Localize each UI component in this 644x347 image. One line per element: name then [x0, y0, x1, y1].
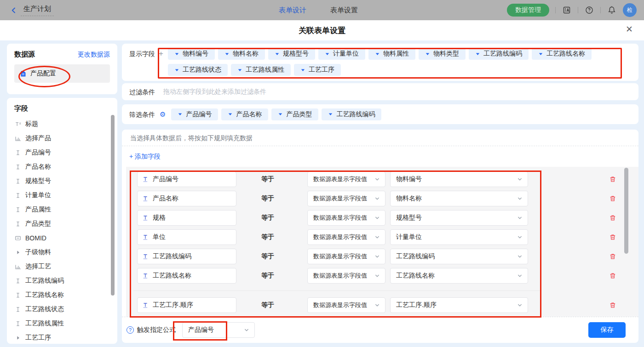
field-item[interactable]: 规格型号: [14, 174, 117, 188]
field-tag[interactable]: 物料名称: [218, 48, 265, 60]
caret-down-icon[interactable]: [538, 51, 543, 57]
avatar[interactable]: 检: [623, 3, 637, 17]
caret-down-icon[interactable]: [178, 112, 183, 117]
field-item[interactable]: 子级物料: [14, 245, 117, 259]
rule-source-select[interactable]: 数据源表显示字段值: [307, 171, 385, 187]
rule-value-select[interactable]: 计量单位: [390, 229, 528, 245]
caret-down-icon[interactable]: [275, 51, 280, 57]
back-button[interactable]: 生产计划: [10, 4, 54, 16]
translate-icon[interactable]: [562, 5, 572, 15]
rule-source-select[interactable]: 数据源表显示字段值: [307, 229, 385, 245]
rule-field-box[interactable]: 工艺路线编码: [137, 249, 236, 264]
field-tag[interactable]: 工艺路线编码: [469, 48, 529, 60]
trigger-formula-label: 触发指定公式: [137, 326, 176, 334]
save-button[interactable]: 保存: [588, 322, 626, 338]
caret-down-icon[interactable]: [278, 112, 283, 117]
delete-row-trash-icon[interactable]: [609, 253, 616, 260]
field-item[interactable]: 工艺路线编码: [14, 273, 117, 288]
datasource-item[interactable]: 产品配置: [14, 64, 110, 83]
filter-dropzone-placeholder[interactable]: 拖动左侧字段到此处来添加过滤条件: [163, 88, 266, 96]
field-tag[interactable]: 物料类型: [419, 48, 466, 60]
field-tag[interactable]: 工艺路线状态: [168, 64, 228, 76]
field-tag[interactable]: 计量单位: [318, 48, 365, 60]
field-item[interactable]: 选择工艺: [14, 259, 117, 273]
field-item[interactable]: 计量单位: [14, 188, 117, 202]
tab-form-settings[interactable]: 表单设置: [330, 6, 358, 15]
caret-down-icon[interactable]: [425, 51, 430, 57]
field-tag[interactable]: 物料属性: [368, 48, 415, 60]
caret-down-icon[interactable]: [174, 51, 179, 57]
caret-down-icon[interactable]: [174, 68, 179, 73]
caret-down-icon[interactable]: [224, 51, 230, 57]
rule-value-select[interactable]: 工艺路线名称: [390, 268, 528, 284]
rule-value-select[interactable]: 工艺工序.顺序: [390, 297, 528, 313]
field-tag[interactable]: 产品名称: [221, 108, 268, 120]
field-tag[interactable]: 工艺工序: [294, 64, 341, 76]
field-item[interactable]: BOMID: [14, 231, 117, 245]
field-tag[interactable]: 工艺路线编码: [322, 108, 381, 120]
caret-down-icon[interactable]: [375, 51, 380, 57]
field-item[interactable]: 工艺路线属性: [14, 316, 117, 330]
tag-label: 工艺路线名称: [546, 50, 585, 58]
rule-field-box[interactable]: 单位: [137, 229, 236, 245]
back-label[interactable]: 生产计划: [21, 4, 54, 16]
delete-row-trash-icon[interactable]: [609, 301, 616, 309]
field-tag[interactable]: 规格型号: [268, 48, 315, 60]
field-item[interactable]: 工艺路线名称: [14, 288, 117, 302]
caret-down-icon[interactable]: [300, 68, 305, 73]
rule-value-select[interactable]: 规格型号: [390, 210, 528, 226]
gear-icon[interactable]: ⚙: [160, 110, 166, 119]
sidebar-scrollbar[interactable]: [111, 115, 115, 296]
delete-row-trash-icon[interactable]: [609, 176, 616, 183]
caret-down-icon[interactable]: [228, 112, 233, 117]
rule-value-select[interactable]: 工艺路线编码: [390, 249, 528, 264]
caret-down-icon[interactable]: [328, 112, 333, 117]
close-icon[interactable]: ✕: [626, 25, 633, 34]
field-item[interactable]: 标题: [14, 117, 117, 131]
field-tag[interactable]: 工艺路线名称: [532, 48, 592, 60]
change-datasource-link[interactable]: 更改数据源: [78, 51, 110, 59]
caret-down-icon[interactable]: [325, 51, 330, 57]
rules-scrollbar[interactable]: [624, 168, 628, 254]
rule-value-select[interactable]: 物料编号: [390, 171, 528, 187]
help-icon[interactable]: ?: [126, 326, 134, 334]
field-item[interactable]: 产品名称: [14, 159, 117, 174]
field-tag[interactable]: 工艺路线属性: [231, 64, 291, 76]
add-field-button[interactable]: + 添加字段: [122, 146, 638, 167]
chevron-down-icon: [517, 234, 523, 240]
rule-field-box[interactable]: 工艺工序.顺序: [137, 297, 236, 313]
rule-field-box[interactable]: 工艺路线名称: [137, 268, 236, 284]
delete-row-trash-icon[interactable]: [609, 214, 616, 222]
rule-source-select[interactable]: 数据源表显示字段值: [307, 191, 385, 206]
rule-field-box[interactable]: 产品名称: [137, 191, 236, 206]
rule-value-select[interactable]: 物料名称: [390, 191, 528, 206]
rule-source-select[interactable]: 数据源表显示字段值: [307, 210, 385, 226]
add-display-field-button[interactable]: +: [159, 48, 163, 60]
caret-down-icon[interactable]: [237, 68, 242, 73]
data-manage-button[interactable]: 数据管理: [507, 4, 549, 17]
field-item[interactable]: 工艺工序: [14, 330, 117, 344]
field-item[interactable]: 产品类型: [14, 216, 117, 231]
delete-row-trash-icon[interactable]: [609, 272, 616, 279]
field-item[interactable]: 选择产品: [14, 131, 117, 145]
rule-source-value: 数据源表显示字段值: [313, 272, 367, 280]
field-tag[interactable]: 物料编号: [168, 48, 215, 60]
field-item[interactable]: 产品编号: [14, 145, 117, 159]
notification-bell-icon[interactable]: [607, 5, 617, 15]
rule-source-select[interactable]: 数据源表显示字段值: [307, 297, 385, 313]
help-icon[interactable]: [584, 5, 594, 15]
field-tag[interactable]: 产品编号: [171, 108, 218, 120]
caret-down-icon[interactable]: [475, 51, 480, 57]
trigger-formula-select[interactable]: 产品编号: [182, 322, 255, 338]
field-tag[interactable]: 产品类型: [271, 108, 318, 120]
field-item[interactable]: 工艺路线状态: [14, 302, 117, 316]
tag-label: 物料名称: [233, 50, 259, 58]
rule-source-select[interactable]: 数据源表显示字段值: [307, 249, 385, 264]
delete-row-trash-icon[interactable]: [609, 233, 616, 241]
delete-row-trash-icon[interactable]: [609, 195, 616, 202]
rule-field-box[interactable]: 规格: [137, 210, 236, 226]
rule-field-box[interactable]: 产品编号: [137, 171, 236, 187]
rule-source-select[interactable]: 数据源表显示字段值: [307, 268, 385, 284]
tab-form-design[interactable]: 表单设计: [279, 6, 306, 15]
field-item[interactable]: 产品属性: [14, 202, 117, 216]
